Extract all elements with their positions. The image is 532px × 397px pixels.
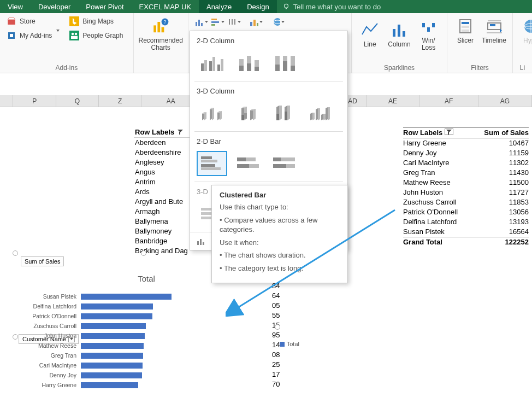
tab-view[interactable]: View bbox=[0, 0, 31, 13]
svg-point-0 bbox=[284, 4, 288, 8]
thumb-stacked-bar[interactable] bbox=[233, 151, 263, 176]
tooltip-line: • Compare values across a few categories… bbox=[220, 215, 340, 235]
bar-row: Susan Pistek bbox=[15, 291, 261, 301]
svg-rect-62 bbox=[283, 61, 287, 71]
hyperlink-icon bbox=[522, 17, 532, 35]
col-P[interactable]: P bbox=[13, 95, 56, 107]
svg-rect-51 bbox=[217, 65, 220, 71]
svg-rect-47 bbox=[201, 63, 204, 71]
svg-rect-35 bbox=[403, 31, 405, 37]
ribbon-tabs: View Developer Power Pivot EXCEL MAP UK … bbox=[0, 0, 532, 13]
btn-slicer[interactable]: Slicer bbox=[452, 15, 479, 46]
tell-me-search[interactable]: Tell me what you want to do bbox=[277, 3, 386, 11]
pivot-chart-value-field-btn[interactable]: Sum of Sales bbox=[21, 256, 64, 266]
col-Q[interactable]: Q bbox=[56, 95, 99, 107]
col-Z[interactable]: Z bbox=[99, 95, 141, 107]
table-row[interactable]: Denny Joy11159 bbox=[403, 148, 529, 158]
pivot-grand-total-value: 122252 bbox=[480, 237, 529, 247]
svg-rect-38 bbox=[432, 23, 435, 27]
store-label: Store bbox=[20, 17, 36, 25]
svg-rect-20 bbox=[211, 24, 215, 26]
group-label-sparklines: Sparklines bbox=[356, 63, 442, 72]
svg-rect-65 bbox=[241, 115, 244, 120]
thumb-3d-100-stacked-column[interactable] bbox=[269, 101, 299, 126]
table-row[interactable]: Delfina Latchford13193 bbox=[403, 217, 529, 227]
tab-power-pivot[interactable]: Power Pivot bbox=[78, 0, 131, 13]
svg-rect-69 bbox=[201, 156, 212, 159]
sparkline-line-icon bbox=[361, 21, 379, 39]
pivot-grand-total-label: Grand Total bbox=[403, 237, 480, 247]
sparkline-winloss-icon bbox=[420, 17, 438, 35]
chart-handle[interactable] bbox=[13, 250, 18, 256]
btn-recommended-charts[interactable]: ? Recommended Charts bbox=[138, 15, 184, 54]
bar bbox=[81, 313, 152, 319]
filter-icon[interactable] bbox=[445, 129, 453, 135]
btn-insert-bar-chart[interactable] bbox=[211, 16, 224, 27]
thumb-3d-column[interactable] bbox=[305, 101, 335, 126]
tab-analyze[interactable]: Analyze bbox=[199, 0, 239, 13]
btn-bing-maps[interactable]: Bing Maps bbox=[67, 15, 125, 27]
sparkline-column-label: Column bbox=[388, 41, 410, 48]
svg-rect-78 bbox=[273, 157, 281, 161]
svg-rect-37 bbox=[427, 27, 430, 32]
col-AE[interactable]: AE bbox=[367, 95, 420, 107]
table-row[interactable]: John Huston11727 bbox=[403, 188, 529, 197]
col-AG[interactable]: AG bbox=[478, 95, 532, 107]
btn-sparkline-column[interactable]: Column bbox=[385, 15, 413, 54]
btn-people-graph[interactable]: People Graph bbox=[67, 30, 125, 42]
chart-tooltip: Clustered Bar Use this chart type to: • … bbox=[211, 185, 348, 283]
thumb-clustered-column[interactable] bbox=[197, 50, 227, 75]
svg-rect-85 bbox=[200, 239, 202, 245]
btn-timeline[interactable]: Timeline bbox=[480, 15, 508, 46]
thumb-3d-stacked-column[interactable] bbox=[233, 101, 263, 126]
table-row[interactable]: Greg Tran11430 bbox=[403, 168, 529, 178]
bar-label: John Huston bbox=[15, 332, 81, 339]
table-row[interactable]: Zuschuss Carroll11853 bbox=[403, 197, 529, 207]
chart-legend: Total bbox=[280, 341, 299, 347]
svg-rect-34 bbox=[398, 25, 400, 37]
thumb-stacked-column[interactable] bbox=[233, 50, 263, 75]
thumb-100-stacked-bar[interactable] bbox=[269, 151, 299, 176]
tab-developer[interactable]: Developer bbox=[31, 0, 78, 13]
btn-sparkline-winloss[interactable]: Win/ Loss bbox=[415, 15, 442, 54]
bar-row: Zuschuss Carroll bbox=[15, 321, 261, 331]
svg-rect-21 bbox=[229, 19, 230, 25]
tooltip-line: • The category text is long. bbox=[220, 264, 340, 273]
svg-rect-58 bbox=[255, 67, 259, 71]
chart-handle[interactable] bbox=[141, 250, 146, 256]
my-addins-label: My Add-ins bbox=[20, 32, 52, 39]
table-row[interactable]: Patrick O'Donnell13056 bbox=[403, 207, 529, 217]
btn-3d-map[interactable] bbox=[271, 16, 285, 27]
timeline-icon bbox=[486, 17, 503, 35]
btn-insert-column-chart[interactable] bbox=[195, 16, 208, 27]
bar bbox=[81, 372, 142, 378]
chart-handle[interactable] bbox=[275, 324, 280, 330]
pivot-left-header: Row Labels bbox=[135, 128, 174, 136]
btn-hyperlink[interactable]: Hype bbox=[517, 15, 532, 46]
col-AF[interactable]: AF bbox=[419, 95, 478, 107]
bar bbox=[81, 333, 145, 339]
btn-my-addins[interactable]: My Add-ins bbox=[4, 30, 62, 42]
bar-row: Denny Joy bbox=[15, 370, 261, 380]
thumb-3d-clustered-column[interactable] bbox=[197, 101, 227, 126]
svg-rect-84 bbox=[197, 241, 199, 245]
bar bbox=[81, 323, 146, 329]
table-row[interactable]: Harry Greene10467 bbox=[403, 138, 529, 148]
btn-insert-statistic-chart[interactable] bbox=[228, 16, 241, 27]
recommended-charts-icon: ? bbox=[152, 17, 169, 35]
svg-rect-2 bbox=[8, 20, 15, 25]
btn-store[interactable]: Store bbox=[4, 15, 62, 27]
tab-excel-map-uk[interactable]: EXCEL MAP UK bbox=[132, 0, 199, 13]
col-sel[interactable] bbox=[0, 95, 13, 107]
btn-pivot-chart[interactable] bbox=[250, 16, 263, 27]
svg-rect-40 bbox=[462, 22, 469, 24]
thumb-100-stacked-column[interactable] bbox=[269, 50, 299, 75]
thumb-clustered-bar[interactable] bbox=[197, 151, 227, 176]
bar-label: Zuschuss Carroll bbox=[15, 323, 81, 329]
table-row[interactable]: Susan Pistek16564 bbox=[403, 227, 529, 237]
table-row[interactable]: Cari MacIntyre11302 bbox=[403, 158, 529, 168]
tab-design[interactable]: Design bbox=[239, 0, 276, 13]
btn-sparkline-line[interactable]: Line bbox=[356, 15, 383, 54]
svg-point-27 bbox=[274, 18, 280, 26]
table-row[interactable]: Mathew Reese11500 bbox=[403, 178, 529, 188]
